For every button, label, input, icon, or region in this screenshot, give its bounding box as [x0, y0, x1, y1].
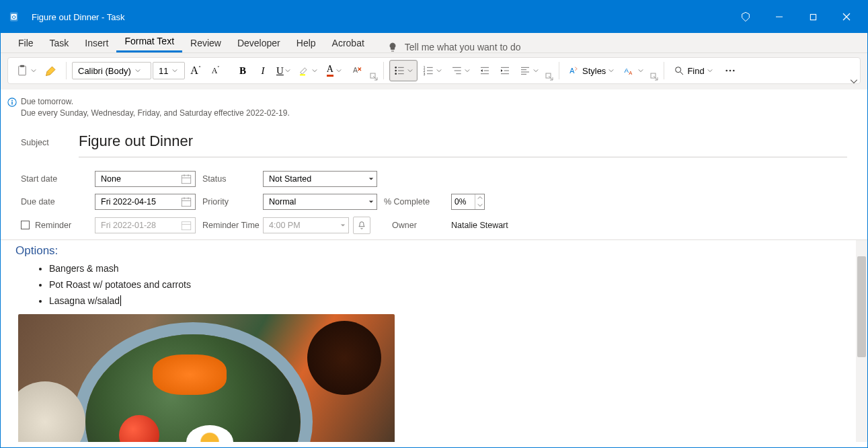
svg-text:A: A	[353, 66, 358, 74]
align-button[interactable]	[516, 60, 543, 81]
due-date-field[interactable]: Fri 2022-04-15	[95, 194, 196, 210]
minimize-button[interactable]	[762, 1, 796, 33]
vertical-scrollbar[interactable]	[856, 240, 867, 442]
svg-rect-4	[810, 14, 816, 20]
styles-button[interactable]: A Styles	[565, 60, 618, 81]
tab-format-text[interactable]: Format Text	[116, 32, 182, 52]
change-styles-button[interactable]: AA	[619, 60, 647, 81]
reminder-label: Reminder	[35, 221, 71, 230]
svg-line-43	[680, 72, 683, 75]
highlighter-icon	[299, 65, 309, 76]
tab-file[interactable]: File	[10, 34, 42, 52]
svg-rect-7	[19, 66, 26, 75]
svg-point-44	[725, 70, 727, 72]
styles-dialog-launcher[interactable]	[650, 73, 658, 81]
svg-point-46	[733, 70, 735, 72]
tab-help[interactable]: Help	[288, 34, 324, 52]
clear-formatting-button[interactable]: A	[347, 60, 367, 81]
bullets-button[interactable]	[389, 60, 418, 81]
chevron-down-icon	[336, 68, 342, 73]
shrink-font-button[interactable]: A˅	[206, 60, 225, 81]
window-title: Figure out Dinner - Task	[32, 12, 125, 22]
priority-combo[interactable]: Normal	[263, 194, 377, 210]
status-label: Status	[202, 174, 263, 184]
more-commands-button[interactable]	[721, 60, 740, 81]
indent-icon	[500, 65, 510, 76]
italic-button[interactable]: I	[253, 60, 272, 81]
ellipsis-icon	[724, 65, 736, 77]
chevron-down-icon	[608, 68, 614, 73]
bold-button[interactable]: B	[233, 60, 252, 81]
font-size-value: 11	[159, 66, 168, 76]
priority-label: Priority	[202, 197, 263, 207]
svg-point-14	[395, 73, 397, 75]
font-color-button[interactable]: A	[323, 60, 346, 81]
numbering-button[interactable]: 123	[419, 60, 446, 81]
list-item: Pot Roast w/ potatoes and carrots	[49, 276, 867, 293]
clear-format-icon: A	[351, 65, 363, 77]
embedded-image[interactable]	[18, 314, 395, 442]
calendar-icon	[180, 219, 192, 231]
find-button[interactable]: Find	[670, 60, 716, 81]
chevron-down-icon	[368, 199, 374, 204]
grow-font-button[interactable]: A˄	[186, 60, 205, 81]
coming-soon-icon[interactable]	[729, 1, 762, 33]
decrease-indent-button[interactable]	[475, 60, 494, 81]
spin-up[interactable]	[475, 194, 484, 202]
ribbon-container: Calibri (Body) 11 A˄ A˅ B I U A A 123	[1, 53, 867, 89]
svg-point-48	[11, 100, 13, 102]
scrollbar-thumb[interactable]	[857, 256, 866, 357]
format-painter-button[interactable]	[42, 60, 61, 81]
paragraph-dialog-launcher[interactable]	[545, 73, 553, 81]
chevron-down-icon	[707, 68, 713, 73]
tab-task[interactable]: Task	[42, 34, 77, 52]
status-combo[interactable]: Not Started	[263, 171, 377, 187]
maximize-button[interactable]	[796, 1, 830, 33]
svg-point-42	[676, 67, 681, 73]
tell-me-search[interactable]: Tell me what you want to do	[387, 42, 521, 52]
bullet-list-icon	[394, 65, 405, 76]
info-icon	[7, 98, 17, 107]
font-size-combo[interactable]: 11	[153, 62, 185, 79]
chevron-down-icon	[340, 223, 346, 228]
clipboard-icon	[16, 64, 28, 77]
tab-acrobat[interactable]: Acrobat	[324, 34, 372, 52]
reminder-sound-button[interactable]	[353, 217, 370, 234]
collapse-ribbon-button[interactable]	[850, 77, 858, 85]
close-button[interactable]	[830, 1, 863, 33]
start-date-field[interactable]: None	[95, 171, 196, 187]
bell-icon	[357, 221, 366, 230]
font-name-combo[interactable]: Calibri (Body)	[72, 62, 151, 79]
reminder-date-field[interactable]: Fri 2022-01-28	[95, 217, 196, 233]
chevron-down-icon	[31, 68, 36, 73]
reminder-checkbox[interactable]	[21, 221, 30, 229]
info-line-2: Due every Sunday, Wednesday, Friday, and…	[21, 108, 859, 119]
search-icon	[674, 65, 684, 76]
chevron-down-icon	[407, 68, 413, 73]
tell-me-label: Tell me what you want to do	[405, 42, 521, 52]
pct-complete-spinner[interactable]: 0%	[451, 194, 485, 210]
outdent-icon	[479, 65, 490, 76]
increase-indent-button[interactable]	[496, 60, 514, 81]
menu-tabs: File Task Insert Format Text Review Deve…	[1, 33, 867, 53]
options-heading: Options:	[15, 244, 867, 258]
calendar-icon	[180, 173, 192, 185]
paste-button[interactable]	[12, 60, 40, 81]
spin-down[interactable]	[475, 202, 484, 209]
underline-button[interactable]: U	[274, 60, 293, 81]
due-date-value: Fri 2022-04-15	[101, 197, 156, 207]
chevron-down-icon	[285, 68, 290, 73]
highlight-button[interactable]	[294, 60, 321, 81]
task-form: Subject Figure out Dinner Start date Non…	[1, 126, 867, 240]
reminder-time-combo[interactable]: 4:00 PM	[263, 217, 349, 233]
svg-rect-54	[182, 198, 191, 206]
tab-review[interactable]: Review	[182, 34, 229, 52]
align-left-icon	[520, 65, 530, 76]
font-dialog-launcher[interactable]	[370, 73, 378, 81]
tab-insert[interactable]: Insert	[77, 34, 116, 52]
tab-developer[interactable]: Developer	[229, 34, 288, 52]
task-body[interactable]: Options: Bangers & mash Pot Roast w/ pot…	[1, 240, 867, 442]
title-bar: O Figure out Dinner - Task	[1, 1, 867, 33]
subject-field[interactable]: Figure out Dinner	[79, 128, 847, 157]
multilevel-list-button[interactable]	[447, 60, 474, 81]
